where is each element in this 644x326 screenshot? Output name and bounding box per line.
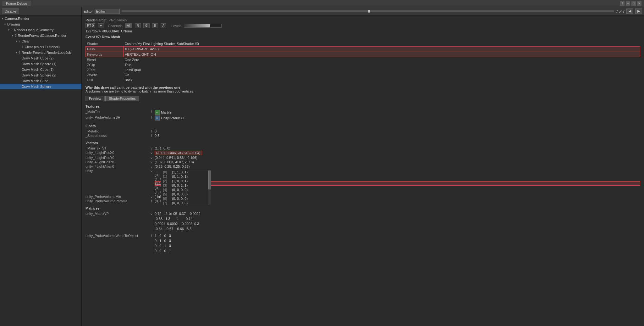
light-posy0-row: unity_4LightPosY0 v (0.944, 0.541, 0.864… [85,155,640,160]
main-layout: Disable ▼Camera.Render▼Drawing▼7Render.O… [0,7,644,326]
tree-item-draw_mesh_cube[interactable]: ▶Draw Mesh Cube [0,78,81,84]
unity-default-3d-icon: U [155,115,160,121]
array-scrollbar-thumb [208,171,211,189]
shader-properties-tab[interactable]: ShaderProperties [105,96,139,101]
content-area: RenderTarget <No name> RT 0 ▼ Channels A… [82,16,644,326]
prev-page-button[interactable]: ◀ [626,8,633,14]
unity-array-row: unity v ... [0](1, 1, 0, 1) [1](0, 1, 0,… [85,169,640,173]
array-item-4: [4](0, 0, 0, 0) [161,188,208,192]
right-panel: Editor Editor 7 of 7 ◀ ▶ RenderTarget <N… [82,7,644,326]
maintex-row: _MainTex f M Marble [85,110,640,115]
render-target-row: RenderTarget <No name> [85,18,640,22]
zwrite-row: ZWrite On [86,72,640,77]
channels-label: Channels [108,24,122,28]
tree-item-render_forward[interactable]: ▼7RenderForwardOpaque.Render [0,33,81,38]
light-color-row: (0, 0, 0, 0) [155,173,640,177]
warning-title: Why this draw call can't be batched with… [85,86,640,89]
minimize-button[interactable]: ─ [626,1,630,6]
array-item-0: [0](1, 1, 0, 1) [161,170,208,174]
disable-button[interactable]: Disable [2,8,19,14]
vectors-title: Vectors [85,141,640,145]
channel-r-btn[interactable]: R [135,23,141,28]
world-space-light-pos-val: (1.176143, 2.378824, -2.257921, 0) [155,181,640,186]
tree-item-camera_render[interactable]: ▼Camera.Render [0,16,81,21]
render-target-label: RenderTarget [85,18,107,22]
tree-item-clear[interactable]: ▼7Clear [0,38,81,44]
channel-g-btn[interactable]: G [143,23,150,28]
tree-item-draw_mesh_sphere_2[interactable]: ▶Draw Mesh Sphere (2) [0,72,81,78]
tree-item-draw_mesh_cube_1[interactable]: ▶Draw Mesh Cube (1) [0,67,81,72]
tree-item-draw_mesh_cube_2[interactable]: ▶Draw Mesh Cube (2) [0,55,81,61]
array-scrollbar[interactable] [208,170,211,205]
light-posz0-row: unity_4LightPosZ0 v (1.07, 0.003, -0.07,… [85,160,640,164]
array-item-3: [3](0, 0, 1, 1) [161,183,208,188]
tree-item-draw_mesh_sphere[interactable]: ▶Draw Mesh Sphere [0,84,81,89]
matrices-title: Matrices [85,206,640,210]
rt-selector[interactable]: RT 0 [85,23,95,28]
ztest-row: ZTest LessEqual [86,67,640,72]
matrix-vp-row: unity_MatrixVP v 0.72 -2.1e-05 0.37 -0.0… [85,211,640,231]
vectors-section: Vectors _MainTex_ST v (1, 1, 0, 0) unity… [85,141,640,203]
marble-icon: M [155,110,160,115]
menu-button[interactable]: ⋮ [620,1,625,6]
tree-item-clear_detail[interactable]: ▶1Clear (color+Z+stencil) [0,44,81,50]
levels-fill [184,24,210,27]
smoothness-row: _Smoothness f 0.5 [85,133,640,138]
progress-track [122,10,614,12]
maximize-button[interactable]: □ [631,1,636,6]
probe-vol-sh-row: unity_ProbeVolumeSH f U UnityDefault3D [85,115,640,121]
title-bar-right: ⋮ ─ □ ✕ [620,1,641,6]
editor-dropdown[interactable]: Editor [95,9,120,14]
channel-all-btn[interactable]: All [125,23,132,28]
textures-title: Textures [85,104,640,108]
event-title: Event #7: Draw Mesh [85,35,640,39]
title-tab[interactable]: Frame Debug [3,1,30,6]
tree-item-draw_mesh_sphere_1[interactable]: ▶Draw Mesh Sphere (1) [0,61,81,67]
preview-tab[interactable]: Preview [85,96,105,101]
metallic-row: _Metallic f 0 [85,129,640,133]
shader-row: Shader Custom/My First Lighting Shader, … [86,41,640,47]
cull-row: Cull Back [86,77,640,82]
ortho-params-val: (1, 1, 0) [155,190,640,194]
page-number: 7 of 7 [616,9,625,13]
array-item-2: [2](1, 0, 0, 1) [161,179,208,183]
title-bar-left: Frame Debug [3,1,30,6]
levels-bar [184,24,222,28]
keywords-row: Keywords VERTEXLIGHT_ON [86,52,640,57]
array-dropdown: [0](1, 1, 0, 1) [1](0, 1, 0, 1) [2](1, 0… [161,169,211,206]
progress-container [122,10,614,12]
progress-dot [368,10,370,13]
channel-b-btn[interactable]: B [152,23,158,28]
light-atten0-row: unity_4LightAtten0 v (0.25, 0.25, 0.25, … [85,164,640,169]
editor-label: Editor [84,9,93,13]
textures-section: Textures _MainTex f M Marble unity_Probe… [85,104,640,121]
tint-row-val: (1, 1, 1, 1) [155,177,640,181]
tree-container: ▼Camera.Render▼Drawing▼7Render.OpaqueGeo… [0,16,81,326]
pass-row: Pass #0 (FORWARDBASE) [86,47,640,52]
next-page-button[interactable]: ▶ [635,8,642,14]
tree-item-render_opaque[interactable]: ▼7Render.OpaqueGeometry [0,27,81,33]
array-item-5: [5](0, 0, 0, 0) [161,192,208,196]
zclip-row: ZClip True [86,62,640,67]
left-panel: Disable ▼Camera.Render▼Drawing▼7Render.O… [0,7,82,326]
array-item-1: [1](0, 1, 0, 1) [161,174,208,179]
maintex-st-row: _MainTex_ST v (1, 1, 0, 0) [85,146,640,150]
blend-row: Blend One Zero [86,57,640,63]
format-text: 1227x574 R8G8B8A8_UNorm [85,29,640,33]
channel-a-btn[interactable]: A [161,23,167,28]
floats-title: Floats [85,124,640,128]
right-toolbar: Editor Editor 7 of 7 ◀ ▶ [82,7,644,16]
render-target-value: <No name> [109,18,127,22]
matrices-section: Matrices unity_MatrixVP v 0.72 -2.1e-05 … [85,206,640,253]
rt-dropdown-btn[interactable]: ▼ [98,23,104,28]
title-bar: Frame Debug ⋮ ─ □ ✕ [0,0,644,7]
floats-section: Floats _Metallic f 0 _Smoothness f 0.5 [85,124,640,138]
tabs-row: Preview ShaderProperties [85,96,640,101]
tree-item-drawing[interactable]: ▼Drawing [0,21,81,27]
tree-item-render_loop[interactable]: ▼6RenderForward.RenderLoopJob [0,50,81,55]
close-button[interactable]: ✕ [637,1,641,6]
array-item-6: [6](0, 0, 0, 0) [161,196,208,201]
warning-text: A submesh we are trying to dynamic-batch… [85,89,640,93]
properties-table: Shader Custom/My First Lighting Shader, … [85,41,640,82]
rt-controls-row: RT 0 ▼ Channels All R G B A Levels [85,23,640,28]
